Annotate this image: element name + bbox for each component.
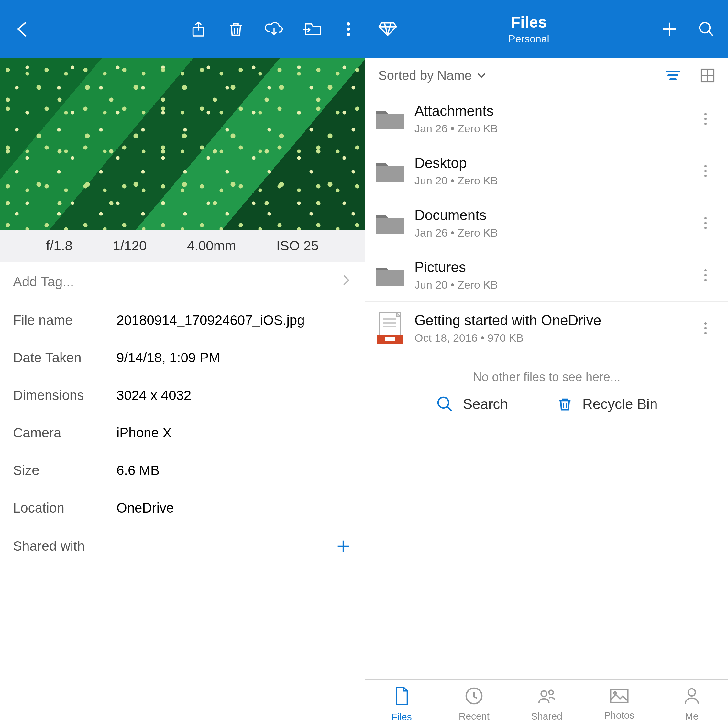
file-row[interactable]: PicturesJun 20 • Zero KB: [365, 249, 728, 301]
exif-focal: 4.00mm: [187, 238, 236, 254]
date-taken-label: Date Taken: [13, 350, 116, 366]
file-meta: Jan 26 • Zero KB: [414, 122, 696, 135]
recent-tab-icon: [465, 687, 483, 708]
exif-aperture: f/1.8: [46, 238, 72, 254]
file-info: PicturesJun 20 • Zero KB: [411, 259, 696, 291]
svg-point-1: [347, 22, 350, 26]
tab-bar: FilesRecentSharedPhotosMe: [365, 679, 728, 728]
tab-label: Photos: [604, 710, 634, 721]
trash-icon[interactable]: [227, 20, 245, 38]
tab-me[interactable]: Me: [656, 680, 728, 728]
me-tab-icon: [683, 687, 700, 708]
svg-point-15: [549, 690, 553, 694]
file-info: AttachmentsJan 26 • Zero KB: [411, 103, 696, 135]
right-topbar: Files Personal: [365, 0, 728, 58]
tab-files[interactable]: Files: [365, 680, 438, 728]
file-name: Pictures: [414, 259, 696, 275]
folder-icon: [369, 262, 411, 288]
exif-bar: f/1.8 1/120 4.00mm ISO 25: [0, 230, 365, 262]
camera-label: Camera: [13, 425, 116, 441]
more-options-icon[interactable]: [696, 217, 715, 229]
tab-photos[interactable]: Photos: [583, 680, 656, 728]
add-share-icon[interactable]: [335, 538, 352, 555]
file-meta: Jun 20 • Zero KB: [414, 174, 696, 187]
file-row[interactable]: DesktopJun 20 • Zero KB: [365, 145, 728, 197]
files-tab-icon: [393, 686, 410, 708]
dimensions-label: Dimensions: [13, 388, 116, 403]
share-icon[interactable]: [189, 20, 207, 38]
file-name: Getting started with OneDrive: [414, 312, 696, 329]
file-name: Attachments: [414, 103, 696, 119]
tab-label: Shared: [531, 711, 562, 722]
add-tag-row[interactable]: Add Tag...: [0, 262, 365, 301]
file-row[interactable]: Getting started with OneDriveOct 18, 201…: [365, 301, 728, 355]
shared-tab-icon: [537, 687, 557, 708]
search-icon: [436, 395, 454, 413]
grid-view-icon[interactable]: [700, 68, 715, 83]
back-icon[interactable]: [13, 19, 34, 40]
svg-point-18: [688, 688, 695, 696]
tab-label: Files: [391, 711, 411, 722]
row-location: Location OneDrive: [0, 489, 365, 527]
svg-point-3: [347, 33, 350, 36]
overflow-icon[interactable]: [342, 20, 355, 38]
header-title: Files: [508, 13, 549, 31]
file-info: DocumentsJan 26 • Zero KB: [411, 207, 696, 239]
size-label: Size: [13, 463, 116, 478]
search-icon[interactable]: [697, 20, 715, 38]
svg-point-2: [347, 28, 350, 31]
camera-value: iPhone X: [116, 425, 171, 441]
row-camera: Camera iPhone X: [0, 414, 365, 452]
date-taken-value: 9/14/18, 1:09 PM: [116, 350, 220, 366]
recycle-bin-action[interactable]: Recycle Bin: [557, 395, 658, 413]
more-options-icon[interactable]: [696, 269, 715, 281]
row-date-taken: Date Taken 9/14/18, 1:09 PM: [0, 339, 365, 376]
search-action-label: Search: [463, 396, 508, 412]
header-subtitle: Personal: [508, 33, 549, 45]
row-shared-with: Shared with: [0, 527, 365, 566]
more-options-icon[interactable]: [696, 165, 715, 177]
files-panel: Files Personal Sorted by Name: [365, 0, 728, 728]
svg-point-14: [541, 691, 547, 697]
tab-recent[interactable]: Recent: [438, 680, 510, 728]
chevron-right-icon: [341, 273, 352, 291]
photos-tab-icon: [609, 688, 629, 707]
recycle-bin-label: Recycle Bin: [583, 396, 658, 412]
svg-point-4: [700, 23, 710, 33]
dimensions-value: 3024 x 4032: [116, 388, 191, 403]
cloud-download-icon[interactable]: [265, 20, 284, 38]
chevron-down-icon: [477, 72, 486, 79]
file-row[interactable]: DocumentsJan 26 • Zero KB: [365, 197, 728, 249]
search-action[interactable]: Search: [436, 395, 508, 413]
sort-button[interactable]: Sorted by Name: [378, 68, 486, 83]
file-meta: Jan 26 • Zero KB: [414, 226, 696, 239]
header-title-stack: Files Personal: [508, 13, 549, 45]
add-icon[interactable]: [661, 20, 678, 38]
row-size: Size 6.6 MB: [0, 452, 365, 489]
file-list: AttachmentsJan 26 • Zero KBDesktopJun 20…: [365, 93, 728, 355]
powerpoint-file-icon: [369, 311, 411, 345]
tab-shared[interactable]: Shared: [510, 680, 583, 728]
sort-label: Sorted by Name: [378, 68, 472, 83]
recycle-bin-icon: [557, 395, 574, 413]
file-meta: Oct 18, 2016 • 970 KB: [414, 332, 696, 344]
left-topbar: [0, 0, 365, 58]
row-file-name: File name 20180914_170924607_iOS.jpg: [0, 301, 365, 339]
more-options-icon[interactable]: [696, 113, 715, 125]
file-row[interactable]: AttachmentsJan 26 • Zero KB: [365, 93, 728, 145]
more-options-icon[interactable]: [696, 322, 715, 334]
photo-preview[interactable]: [0, 58, 365, 230]
premium-diamond-icon[interactable]: [378, 20, 397, 38]
location-label: Location: [13, 500, 116, 516]
tab-label: Recent: [459, 711, 489, 722]
filter-icon[interactable]: [665, 69, 681, 82]
file-info: Getting started with OneDriveOct 18, 201…: [411, 312, 696, 344]
file-meta: Jun 20 • Zero KB: [414, 278, 696, 291]
file-name: Desktop: [414, 155, 696, 171]
file-name-label: File name: [13, 312, 116, 328]
location-value: OneDrive: [116, 500, 174, 516]
svg-point-12: [438, 397, 449, 408]
photo-details-panel: f/1.8 1/120 4.00mm ISO 25 Add Tag... Fil…: [0, 0, 365, 728]
move-to-folder-icon[interactable]: [303, 20, 323, 38]
add-tag-label: Add Tag...: [13, 274, 74, 290]
